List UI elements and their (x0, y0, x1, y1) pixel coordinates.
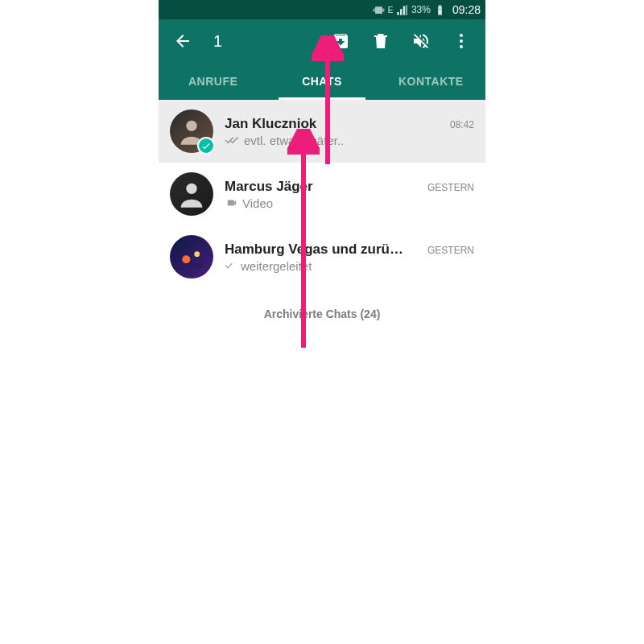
selected-check-icon (197, 137, 215, 155)
video-icon (225, 197, 239, 208)
signal-icon (396, 4, 408, 16)
chat-time: 08:42 (450, 119, 474, 130)
chat-list: Jan Kluczniok 08:42 evtl. etwas später.. (159, 100, 485, 288)
svg-point-6 (182, 255, 190, 263)
mute-button[interactable] (405, 25, 437, 57)
chat-time: GESTERN (427, 245, 474, 256)
back-button[interactable] (167, 25, 199, 57)
avatar[interactable] (170, 109, 213, 153)
battery-pct-label: 33% (411, 4, 431, 15)
avatar[interactable] (170, 172, 213, 216)
avatar[interactable] (170, 235, 213, 279)
archive-button[interactable] (324, 25, 357, 57)
svg-point-3 (460, 45, 463, 48)
chat-preview: Video (242, 196, 273, 210)
tab-contacts[interactable]: KONTAKTE (377, 63, 485, 100)
chat-name: Marcus Jäger (225, 179, 313, 195)
svg-rect-0 (439, 10, 441, 14)
single-check-icon (225, 260, 237, 271)
chat-preview: evtl. etwas später.. (244, 134, 344, 147)
archived-chats-link[interactable]: Archivierte Chats (24) (159, 288, 485, 340)
selection-count: 1 (213, 32, 222, 51)
double-check-icon (225, 134, 241, 146)
chat-time: GESTERN (427, 182, 474, 193)
chat-name: Jan Kluczniok (225, 116, 316, 132)
tab-calls[interactable]: ANRUFE (159, 63, 267, 100)
svg-rect-8 (181, 263, 203, 267)
delete-button[interactable] (365, 25, 397, 57)
tab-bar: ANRUFE CHATS KONTAKTE (159, 63, 485, 100)
status-bar: E 33% 09:28 (159, 0, 485, 19)
chat-name: Hamburg Vegas und zurü… (225, 242, 403, 258)
svg-point-2 (460, 39, 463, 43)
svg-point-1 (460, 34, 463, 37)
svg-point-4 (186, 121, 196, 131)
battery-icon (434, 4, 446, 16)
vibrate-icon (373, 4, 385, 16)
chat-preview: weitergeleitet (241, 259, 312, 273)
svg-point-7 (194, 251, 200, 257)
clock-label: 09:28 (452, 3, 481, 16)
overflow-menu-button[interactable] (445, 25, 477, 57)
chat-row[interactable]: Jan Kluczniok 08:42 evtl. etwas später.. (159, 100, 485, 163)
network-type-label: E (388, 6, 393, 14)
svg-point-5 (186, 184, 196, 194)
selection-toolbar: 1 (159, 19, 485, 63)
chat-row[interactable]: Hamburg Vegas und zurü… GESTERN weiterge… (159, 225, 485, 288)
tab-chats[interactable]: CHATS (267, 63, 376, 100)
phone-frame: E 33% 09:28 1 ANRUFE CHATS KONTA (159, 0, 485, 340)
chat-row[interactable]: Marcus Jäger GESTERN Video (159, 163, 485, 225)
